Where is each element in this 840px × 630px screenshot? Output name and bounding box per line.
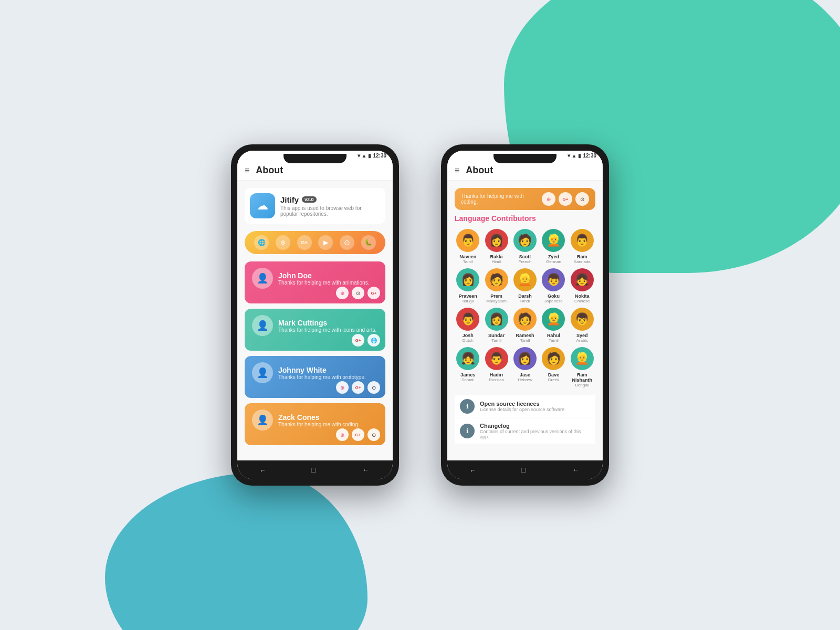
list-item[interactable]: ℹ Changelog Contains of current and prev…: [455, 418, 595, 444]
contrib-item[interactable]: 👨 Hadiri Russian: [483, 347, 509, 387]
contrib-item[interactable]: 👦 Goku Japanese: [540, 268, 566, 303]
phone-right-notch: [494, 154, 556, 163]
battery-icon: ▮: [368, 153, 371, 159]
partial-card: Thanks for helping me with coding. ⊕ G+ …: [455, 188, 595, 210]
contrib-item[interactable]: 👦 Syed Arabic: [569, 308, 595, 343]
hamburger-icon-right[interactable]: ≡: [455, 166, 459, 175]
phone-right: ▾ ▲ ▮ 12:30 ≡ About Thanks for helping m…: [441, 144, 609, 486]
contrib-item[interactable]: 👩 Praveen Telugu: [455, 268, 481, 303]
contrib-name: James: [460, 372, 475, 377]
dribbble-icon-partial[interactable]: ⊕: [542, 192, 555, 206]
card-icons-johnny: ⊕ G+ ⊙: [336, 381, 380, 394]
dribbble-icon-btn[interactable]: ⊕: [276, 235, 290, 250]
contrib-item[interactable]: 👨 Naveen Tamil: [455, 229, 481, 264]
contrib-item[interactable]: 👧 Nokita Chinese: [569, 268, 595, 303]
contrib-lang: Arabic: [576, 338, 588, 343]
contrib-avatar: 👩: [485, 308, 508, 331]
contrib-name: Prem: [490, 293, 502, 299]
contributor-card-zack: 👤 Zack Cones Thanks for helping me with …: [245, 403, 385, 445]
contrib-name: Josh: [463, 333, 474, 338]
recents-nav-left[interactable]: ←: [362, 466, 370, 474]
contrib-avatar: 👨: [456, 308, 479, 331]
app-name: Jitify: [280, 195, 299, 204]
list-item-text: Open source licences License details for…: [480, 401, 564, 412]
dribbble-icon-johnny[interactable]: ⊕: [336, 381, 349, 394]
time-right: 12:30: [583, 153, 596, 159]
gplus-icon[interactable]: G+: [368, 287, 380, 299]
contrib-item[interactable]: 👱 Zyed German: [540, 229, 566, 264]
globe-icon-mark[interactable]: 🌐: [368, 334, 380, 346]
gplus-icon-johnny[interactable]: G+: [352, 381, 364, 394]
list-item[interactable]: ℹ Open source licences License details f…: [455, 395, 595, 418]
gplus-icon-partial[interactable]: G+: [559, 192, 572, 206]
dribbble-icon[interactable]: ⊕: [336, 287, 349, 299]
top-bar-right: ≡ About: [447, 161, 603, 181]
contrib-lang: Tamil: [520, 338, 530, 343]
github-icon-partial[interactable]: ⊙: [575, 192, 589, 206]
contrib-name: Praveen: [459, 293, 477, 299]
contrib-item[interactable]: 👩 Rakki Hindi: [483, 229, 509, 264]
back-nav-left[interactable]: ⌐: [260, 466, 265, 474]
list-item-icon: ℹ: [460, 399, 475, 414]
list-item-title: Changelog: [480, 423, 590, 429]
contrib-item[interactable]: 🧑 Ramesh Tamil: [512, 308, 538, 343]
contrib-item[interactable]: 👱 Ram Nishanth Bengali: [569, 347, 595, 387]
github-icon-zack[interactable]: ⊙: [368, 428, 380, 441]
list-item-subtitle: License details for open source software: [480, 407, 564, 412]
contrib-name: Zyed: [548, 254, 559, 259]
contributor-name-john: John Doe: [278, 271, 369, 280]
home-nav-left[interactable]: □: [311, 466, 316, 474]
contrib-lang: Tamil: [549, 338, 559, 343]
version-badge: v2.0: [302, 196, 317, 203]
contributor-name-mark: Mark Cuttings: [278, 319, 376, 327]
gplus-icon-mark[interactable]: G+: [352, 334, 364, 346]
contrib-avatar: 👱: [542, 308, 565, 331]
contrib-avatar: 👨: [456, 229, 479, 252]
contrib-avatar: 🧑: [513, 229, 537, 252]
contrib-name: Nokita: [575, 293, 590, 299]
icon-row[interactable]: 🌐 ⊕ G+ ▶ ⊙ 🐛: [245, 231, 385, 254]
play-icon-btn[interactable]: ▶: [318, 235, 333, 250]
contributor-thanks-johnny: Thanks for helping me with prototype.: [278, 374, 366, 380]
github-icon[interactable]: ⊙: [352, 287, 364, 299]
gplus-icon-zack[interactable]: G+: [352, 428, 364, 441]
hamburger-icon-left[interactable]: ≡: [245, 166, 249, 175]
contrib-lang: Japanese: [544, 299, 563, 303]
contrib-name: Dave: [548, 372, 560, 377]
contributor-thanks-mark: Thanks for helping me with icons and art…: [278, 327, 376, 333]
contrib-lang: Greek: [548, 377, 559, 382]
recents-nav-right[interactable]: ←: [572, 466, 580, 474]
contrib-name: Hadiri: [490, 372, 503, 377]
contrib-name: Syed: [576, 333, 588, 338]
contrib-name: Rahul: [547, 333, 560, 338]
contrib-name: Ramesh: [516, 333, 534, 338]
wifi-icon-right: ▾: [568, 153, 570, 159]
contrib-item[interactable]: 👱 Darsh Hindi: [512, 268, 538, 303]
contrib-lang: Hindi: [491, 259, 501, 264]
globe-icon-btn[interactable]: 🌐: [254, 235, 269, 250]
page-title-left: About: [256, 165, 283, 176]
signal-icon-right: ▲: [572, 153, 577, 159]
contrib-item[interactable]: 👨 Josh Dutch: [455, 308, 481, 343]
contrib-item[interactable]: 🧑 Scott French: [512, 229, 538, 264]
gplus-icon-btn[interactable]: G+: [297, 235, 312, 250]
contrib-item[interactable]: 👱 Rahul Tamil: [540, 308, 566, 343]
bug-icon-btn[interactable]: 🐛: [361, 235, 376, 250]
github-icon-btn[interactable]: ⊙: [340, 235, 354, 250]
dribbble-icon-zack[interactable]: ⊕: [336, 428, 349, 441]
contrib-item[interactable]: 👧 James Somali: [455, 347, 481, 387]
contrib-item[interactable]: 👨 Ram Kannada: [569, 229, 595, 264]
github-icon-johnny[interactable]: ⊙: [368, 381, 380, 394]
home-nav-right[interactable]: □: [521, 466, 526, 474]
contrib-item[interactable]: 👩 Sundar Tamil: [483, 308, 509, 343]
page-title-right: About: [466, 165, 493, 176]
contrib-avatar: 👦: [542, 268, 565, 291]
list-item-icon: ℹ: [460, 424, 475, 438]
contributor-name-johnny: Johnny White: [278, 366, 366, 374]
back-nav-right[interactable]: ⌐: [470, 466, 475, 474]
contrib-lang: Hindi: [520, 299, 530, 303]
contrib-item[interactable]: 🧑 Prem Malayalam: [483, 268, 509, 303]
contrib-item[interactable]: 🧑 Dave Greek: [540, 347, 566, 387]
contrib-item[interactable]: 👩 Jase Hebrew: [512, 347, 538, 387]
contrib-avatar: 👱: [542, 229, 565, 252]
